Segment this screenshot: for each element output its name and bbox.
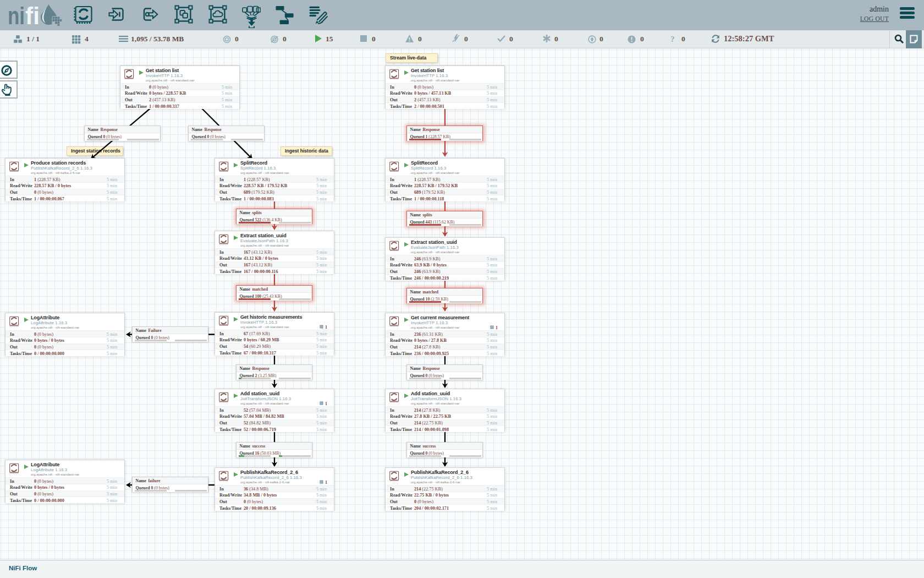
svg-text:?: ? — [670, 35, 675, 43]
svg-text:ni: ni — [8, 2, 25, 30]
svg-text:fi: fi — [25, 2, 40, 30]
